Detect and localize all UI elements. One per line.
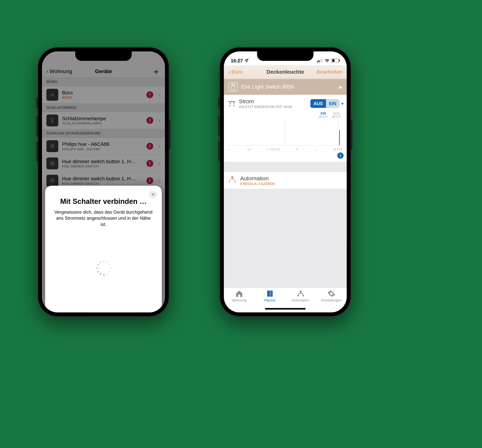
svg-rect-11 [339, 60, 340, 61]
automation-card[interactable]: Automation 0 REGELN, 0 SZENEN [224, 172, 347, 189]
device-banner[interactable]: Eve Light Switch 8050 ▸ [224, 79, 347, 95]
home-indicator[interactable] [265, 308, 306, 310]
power-chart: EINJETZT AUSJETZT ☼ 18 ☾HEUTE 6 ☼ [227, 112, 343, 151]
svg-point-20 [297, 295, 299, 296]
chevron-left-icon: ‹ [228, 68, 231, 77]
back-button[interactable]: ‹ Büro [228, 68, 243, 77]
tab-label: Automation [292, 298, 309, 302]
svg-rect-8 [322, 59, 323, 62]
svg-rect-18 [269, 290, 271, 296]
navbar: ‹ Büro Deckenleuchte Bearbeiten [224, 65, 347, 79]
sheet-body: Vergewissere dich, dass das Gerät durchg… [53, 209, 154, 228]
lamp-icon [227, 98, 237, 108]
banner-name: Eve Light Switch 8050 [241, 84, 336, 90]
dropdown-icon[interactable]: ▾ [341, 101, 344, 106]
x-tick: JETZT [333, 148, 342, 151]
tab-settings[interactable]: Einstellungen [316, 289, 347, 312]
svg-point-15 [228, 181, 230, 183]
legend-ein: EIN [319, 112, 328, 115]
location-icon [245, 58, 249, 63]
toggle-on[interactable]: EIN [326, 99, 340, 108]
power-sub: ZULETZT EINGESCHALTET: 16:26 [239, 105, 310, 109]
x-tick: 6 [296, 148, 298, 151]
automation-sub: 0 REGELN, 0 SZENEN [240, 182, 275, 185]
status-time: 16:27 [231, 58, 243, 63]
legend-aus: AUS [332, 112, 341, 115]
legend-now: JETZT [332, 115, 341, 119]
automation-title: Automation [240, 175, 275, 182]
signal-icon [317, 58, 323, 63]
chevron-right-icon: ▸ [339, 83, 342, 91]
x-tick: ☼ [314, 148, 317, 151]
spinner-icon [98, 265, 109, 276]
x-tick: ☾HEUTE [267, 148, 280, 151]
close-button[interactable]: ✕ [149, 190, 158, 199]
tab-home[interactable]: Wohnung [224, 289, 254, 312]
svg-point-16 [234, 181, 236, 183]
x-tick: ☼ [228, 148, 231, 151]
svg-point-14 [231, 176, 233, 178]
svg-point-21 [302, 295, 304, 296]
svg-point-13 [232, 85, 234, 86]
svg-rect-5 [317, 61, 318, 62]
power-toggle[interactable]: AUS EIN [310, 99, 340, 108]
automation-icon [228, 175, 237, 186]
wifi-icon [324, 58, 330, 63]
info-icon[interactable]: i [337, 152, 344, 159]
battery-icon [332, 58, 340, 63]
x-tick: 18 [247, 148, 251, 151]
left-screen-background: ‹ Wohnung Geräte ＋ BÜRO Büro BÜRO ! [42, 51, 165, 312]
svg-point-19 [300, 290, 302, 293]
connect-sheet: ✕ Mit Schalter verbinden … Vergewissere … [45, 186, 162, 312]
power-card: Strom ZULETZT EINGESCHALTET: 16:26 AUS E… [224, 95, 347, 162]
chart-bar [339, 130, 340, 145]
edit-button[interactable]: Bearbeiten [316, 69, 342, 75]
tab-label: Einstellungen [321, 298, 342, 302]
tab-label: Räume [264, 298, 276, 302]
back-label: Büro [231, 69, 243, 75]
svg-rect-7 [320, 59, 321, 62]
power-title: Strom [239, 98, 310, 105]
sheet-title: Mit Schalter verbinden … [53, 197, 154, 206]
toggle-off[interactable]: AUS [310, 99, 326, 108]
tab-label: Wohnung [232, 298, 246, 302]
svg-rect-10 [332, 59, 335, 62]
switch-icon [228, 82, 238, 92]
legend-now: JETZT [319, 115, 328, 119]
svg-rect-6 [319, 60, 319, 62]
